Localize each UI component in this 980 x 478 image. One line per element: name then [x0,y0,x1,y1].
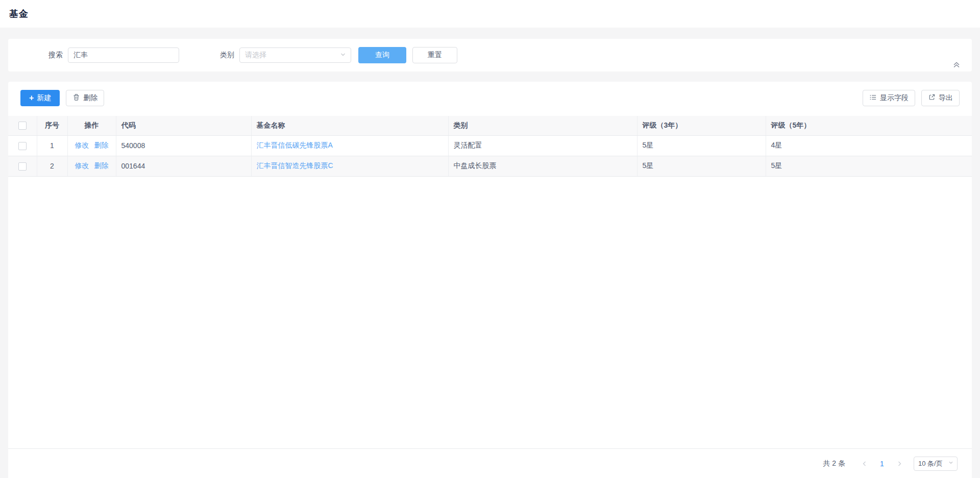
cell-checkbox [8,156,37,176]
table-row: 2 修改删除 001644 汇丰晋信智造先锋股票C 中盘成长股票 5星 5星 [8,156,972,176]
plus-icon: + [29,94,34,102]
column-header-checkbox [8,116,37,135]
prev-page-button[interactable] [857,457,872,471]
cell-actions: 修改删除 [67,135,116,156]
delete-button[interactable]: 删除 [66,90,104,106]
column-header-actions: 操作 [67,116,116,135]
toolbar-right: 显示字段 导出 [863,90,960,106]
cell-index: 1 [37,135,67,156]
cell-checkbox [8,135,37,156]
page-header: 基金 [0,0,980,28]
search-label: 搜索 [48,51,63,60]
edit-link[interactable]: 修改 [75,141,89,149]
category-select[interactable]: 请选择 [239,47,351,63]
toolbar-left: + 新建 删除 [20,90,104,106]
create-button[interactable]: + 新建 [20,90,60,106]
row-checkbox[interactable] [18,162,27,171]
pagination-bar: 共 2 条 1 10 条/页 [8,448,972,478]
cell-code: 540008 [116,135,251,156]
cell-rating3: 5星 [637,156,766,176]
search-panel: 搜索 类别 请选择 查询 重置 [8,39,972,71]
page-size-value: 10 条/页 [918,459,943,468]
cell-category: 灵活配置 [448,135,637,156]
fund-table: 序号 操作 代码 基金名称 类别 评级（3年） 评级（5年） 1 修改删除 [8,116,972,177]
chevron-down-icon [948,460,954,467]
keyword-form-item: 搜索 [48,47,179,63]
query-button[interactable]: 查询 [358,47,406,63]
category-form-item: 类别 请选择 [220,47,351,63]
trash-icon [72,93,83,103]
table-toolbar: + 新建 删除 [8,90,972,106]
delete-link[interactable]: 删除 [94,141,109,149]
cell-code: 001644 [116,156,251,176]
page-title: 基金 [9,8,29,20]
create-button-label: 新建 [37,93,51,103]
chevron-right-icon [896,461,902,467]
cell-rating5: 5星 [766,156,972,176]
table-panel: + 新建 删除 [8,82,972,478]
column-header-category: 类别 [448,116,637,135]
page: 基金 搜索 类别 请选择 查询 重置 [0,0,980,478]
delete-button-label: 删除 [83,93,97,103]
show-fields-button-label: 显示字段 [880,93,909,103]
chevron-down-icon [339,51,347,60]
edit-link[interactable]: 修改 [75,161,89,170]
fund-name-link[interactable]: 汇丰晋信智造先锋股票C [257,161,333,170]
page-number-current[interactable]: 1 [875,460,889,468]
export-icon [928,93,939,103]
cell-rating3: 5星 [637,135,766,156]
collapse-search-panel-button[interactable] [952,61,961,68]
delete-link[interactable]: 删除 [94,161,109,170]
category-label: 类别 [220,51,234,60]
cell-name: 汇丰晋信低碳先锋股票A [251,135,448,156]
column-header-code: 代码 [116,116,251,135]
cell-actions: 修改删除 [67,156,116,176]
double-chevron-up-icon [952,62,961,70]
table-row: 1 修改删除 540008 汇丰晋信低碳先锋股票A 灵活配置 5星 4星 [8,135,972,156]
next-page-button[interactable] [892,457,906,471]
show-fields-button[interactable]: 显示字段 [863,90,915,106]
reset-button[interactable]: 重置 [412,47,457,63]
page-size-select[interactable]: 10 条/页 [914,457,958,471]
row-checkbox[interactable] [18,142,27,150]
cell-category: 中盘成长股票 [448,156,637,176]
category-select-placeholder: 请选择 [245,51,266,60]
search-input[interactable] [68,47,179,63]
select-all-checkbox[interactable] [18,122,27,130]
table-header-row: 序号 操作 代码 基金名称 类别 评级（3年） 评级（5年） [8,116,972,135]
pagination-total: 共 2 条 [823,459,845,468]
column-header-index: 序号 [37,116,67,135]
cell-index: 2 [37,156,67,176]
field-list-icon [869,93,880,103]
column-header-name: 基金名称 [251,116,448,135]
search-form: 搜索 类别 请选择 查询 重置 [8,39,972,71]
column-header-rating3: 评级（3年） [637,116,766,135]
cell-rating5: 4星 [766,135,972,156]
export-button[interactable]: 导出 [921,90,960,106]
export-button-label: 导出 [939,93,953,103]
chevron-left-icon [862,461,868,467]
column-header-rating5: 评级（5年） [766,116,972,135]
fund-name-link[interactable]: 汇丰晋信低碳先锋股票A [257,141,333,149]
cell-name: 汇丰晋信智造先锋股票C [251,156,448,176]
